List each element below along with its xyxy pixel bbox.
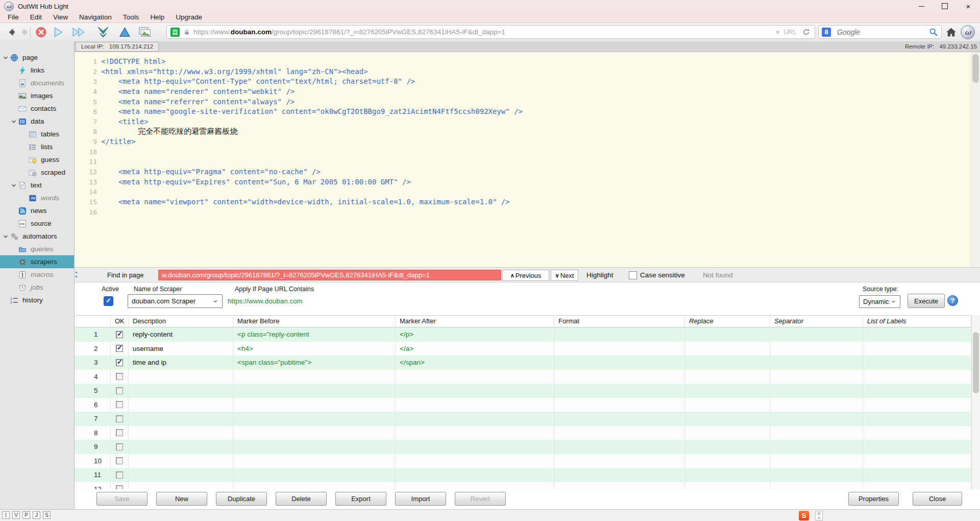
marker-before-cell[interactable] bbox=[233, 468, 396, 482]
stop-icon[interactable] bbox=[35, 27, 47, 38]
menu-item-navigation[interactable]: Navigation bbox=[74, 12, 117, 22]
marker-after-cell[interactable] bbox=[396, 370, 554, 384]
labels-cell[interactable] bbox=[863, 370, 971, 384]
menu-item-view[interactable]: View bbox=[47, 12, 74, 22]
execute-button[interactable]: Execute bbox=[908, 294, 945, 308]
replace-cell[interactable] bbox=[685, 454, 770, 468]
labels-cell[interactable] bbox=[863, 454, 971, 468]
replace-cell[interactable] bbox=[685, 440, 770, 454]
format-cell[interactable] bbox=[554, 454, 685, 468]
replace-cell[interactable] bbox=[685, 327, 770, 342]
close-button[interactable]: Close bbox=[913, 492, 962, 506]
description-cell[interactable]: username bbox=[129, 342, 233, 356]
url-bar[interactable]: https://www.douban.com/group/topic/29618… bbox=[166, 25, 815, 39]
separator-cell[interactable] bbox=[770, 426, 863, 440]
replace-cell[interactable] bbox=[685, 398, 770, 412]
refresh-icon[interactable] bbox=[802, 28, 811, 36]
marker-before-cell[interactable] bbox=[233, 454, 396, 468]
splitter-handle[interactable] bbox=[76, 276, 77, 277]
replace-cell[interactable] bbox=[685, 384, 770, 398]
menu-item-tools[interactable]: Tools bbox=[117, 12, 145, 22]
scraper-name-select[interactable]: douban.com Scraper bbox=[128, 294, 223, 308]
row-checkbox[interactable] bbox=[116, 401, 123, 408]
row-checkbox[interactable] bbox=[116, 345, 123, 352]
marker-after-cell[interactable] bbox=[396, 468, 554, 482]
separator-cell[interactable] bbox=[770, 468, 863, 482]
url-dropdown-icon[interactable]: ▼ bbox=[775, 29, 780, 35]
table-row-8[interactable]: 8 bbox=[75, 426, 971, 440]
help-icon[interactable]: ? bbox=[947, 295, 958, 306]
table-row-10[interactable]: 10 bbox=[75, 454, 971, 468]
sidebar-item-automators[interactable]: automators bbox=[0, 230, 74, 243]
status-box-s[interactable]: S bbox=[43, 511, 51, 519]
row-checkbox[interactable] bbox=[116, 429, 123, 436]
marker-after-cell[interactable] bbox=[396, 482, 554, 490]
separator-cell[interactable] bbox=[770, 454, 863, 468]
marker-after-cell[interactable]: </span> bbox=[396, 356, 554, 370]
expander-icon[interactable] bbox=[2, 54, 10, 61]
marker-before-cell[interactable] bbox=[233, 440, 396, 454]
row-checkbox[interactable] bbox=[116, 387, 123, 394]
format-cell[interactable] bbox=[554, 482, 685, 490]
outwit-logo-icon[interactable]: ω bbox=[961, 25, 975, 39]
sidebar-item-documents[interactable]: documents bbox=[0, 77, 74, 89]
format-cell[interactable] bbox=[554, 327, 685, 342]
back-icon[interactable] bbox=[6, 27, 17, 38]
column-header-ok[interactable]: OK bbox=[111, 316, 129, 327]
find-previous-button[interactable]: ∧ Previous bbox=[502, 270, 549, 281]
labels-cell[interactable] bbox=[863, 398, 971, 412]
expander-icon[interactable] bbox=[10, 182, 18, 189]
labels-cell[interactable] bbox=[863, 440, 971, 454]
replace-cell[interactable] bbox=[685, 468, 770, 482]
find-next-button[interactable]: ∨ Next bbox=[551, 270, 578, 281]
row-checkbox[interactable] bbox=[116, 457, 123, 464]
column-header-description[interactable]: Description bbox=[129, 316, 233, 327]
case-sensitive-checkbox[interactable] bbox=[629, 271, 637, 279]
marker-after-cell[interactable]: </p> bbox=[396, 327, 554, 342]
labels-cell[interactable] bbox=[863, 327, 971, 342]
close-window-button[interactable]: × bbox=[957, 0, 980, 12]
marker-before-cell[interactable] bbox=[233, 426, 396, 440]
tray-icon-outwit-mini[interactable]: O u bbox=[815, 511, 823, 520]
labels-cell[interactable] bbox=[863, 342, 971, 356]
column-header-separator[interactable]: Separator bbox=[770, 316, 863, 327]
sidebar-item-source[interactable]: <>source bbox=[0, 217, 74, 230]
marker-after-cell[interactable]: </a> bbox=[396, 342, 554, 356]
sidebar-item-words[interactable]: Aawords bbox=[0, 192, 74, 204]
sidebar-item-tables[interactable]: tables bbox=[0, 128, 74, 140]
format-cell[interactable] bbox=[554, 356, 685, 370]
highlight-button[interactable]: Highlight bbox=[586, 271, 614, 279]
source-view[interactable]: 1<!DOCTYPE html>2<html xmlns="http://www… bbox=[75, 52, 980, 267]
source-scrollbar-thumb[interactable] bbox=[972, 54, 979, 83]
expander-icon[interactable] bbox=[2, 233, 10, 240]
table-row-5[interactable]: 5 bbox=[75, 384, 971, 398]
run-icon[interactable] bbox=[52, 26, 65, 39]
menu-item-file[interactable]: File bbox=[2, 12, 24, 22]
row-checkbox[interactable] bbox=[116, 485, 123, 489]
status-box-v[interactable]: V bbox=[12, 511, 20, 519]
save-button[interactable]: Save bbox=[96, 492, 148, 506]
images-view-icon[interactable] bbox=[138, 26, 152, 39]
separator-cell[interactable] bbox=[770, 342, 863, 356]
format-cell[interactable] bbox=[554, 398, 685, 412]
row-checkbox[interactable] bbox=[116, 331, 123, 338]
new-button[interactable]: New bbox=[156, 492, 207, 506]
search-box[interactable]: 8 bbox=[818, 25, 942, 39]
marker-before-cell[interactable] bbox=[233, 398, 396, 412]
row-checkbox[interactable] bbox=[116, 359, 123, 366]
row-checkbox[interactable] bbox=[116, 415, 123, 422]
sidebar-item-lists[interactable]: lists bbox=[0, 140, 74, 153]
column-header-format[interactable]: Format bbox=[554, 316, 685, 327]
sidebar-item-links[interactable]: links bbox=[0, 64, 74, 77]
sidebar-item-page[interactable]: page bbox=[0, 51, 74, 64]
format-cell[interactable] bbox=[554, 440, 685, 454]
table-row-7[interactable]: 7 bbox=[75, 412, 971, 426]
sidebar-item-data[interactable]: data bbox=[0, 115, 74, 128]
sidebar-item-history[interactable]: 1.2.history bbox=[0, 294, 74, 306]
splitter-handle[interactable] bbox=[76, 272, 77, 273]
separator-cell[interactable] bbox=[770, 356, 863, 370]
sidebar-item-queries[interactable]: queries bbox=[0, 243, 74, 255]
find-input[interactable] bbox=[158, 270, 501, 280]
marker-after-cell[interactable] bbox=[396, 440, 554, 454]
table-scrollbar-thumb[interactable] bbox=[973, 332, 979, 393]
